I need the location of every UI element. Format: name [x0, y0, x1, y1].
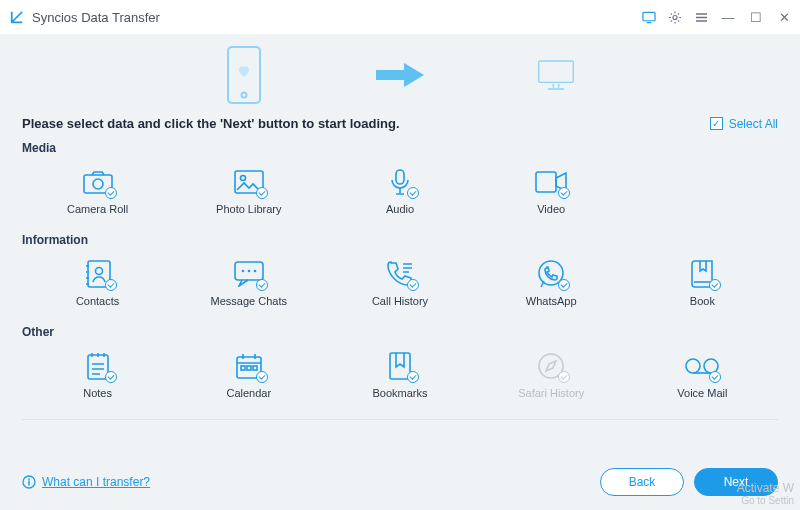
titlebar-controls: — ☐ ✕: [642, 10, 792, 25]
app-logo-icon: [10, 10, 24, 24]
information-grid: Contacts Message Chats Call History What…: [22, 251, 778, 315]
source-device-icon: [224, 45, 264, 105]
help-label[interactable]: What can I transfer?: [42, 475, 150, 489]
voicemail-icon: [685, 351, 719, 381]
back-button[interactable]: Back: [600, 468, 684, 496]
item-bookmarks[interactable]: Bookmarks: [324, 343, 475, 407]
svg-rect-9: [396, 170, 404, 184]
other-grid: Notes Calendar Bookmarks Safari History …: [22, 343, 778, 407]
maximize-button[interactable]: ☐: [748, 10, 764, 25]
item-label: Photo Library: [216, 203, 281, 215]
bookmark-icon: [383, 351, 417, 381]
item-label: Bookmarks: [372, 387, 427, 399]
item-label: WhatsApp: [526, 295, 577, 307]
microphone-icon: [383, 167, 417, 197]
svg-point-1: [673, 15, 677, 19]
section-information-title: Information: [22, 233, 778, 247]
svg-rect-21: [247, 366, 251, 370]
media-grid: Camera Roll Photo Library Audio Video: [22, 159, 778, 223]
message-icon: [232, 259, 266, 289]
target-device-icon: [536, 45, 576, 105]
item-label: Contacts: [76, 295, 119, 307]
item-label: Call History: [372, 295, 428, 307]
item-audio[interactable]: Audio: [324, 159, 475, 223]
gear-icon[interactable]: [668, 10, 682, 24]
item-label: Camera Roll: [67, 203, 128, 215]
arrow-icon: [374, 61, 426, 89]
instruction-row: Please select data and click the 'Next' …: [22, 116, 778, 131]
svg-point-16: [253, 270, 256, 273]
camera-icon: [81, 167, 115, 197]
titlebar: Syncios Data Transfer — ☐ ✕: [0, 0, 800, 34]
item-call-history[interactable]: Call History: [324, 251, 475, 315]
svg-point-15: [247, 270, 250, 273]
svg-point-14: [241, 270, 244, 273]
footer-divider: [22, 419, 778, 420]
section-media-title: Media: [22, 141, 778, 155]
item-video[interactable]: Video: [476, 159, 627, 223]
app-brand: Syncios Data Transfer: [10, 10, 160, 25]
svg-rect-22: [253, 366, 257, 370]
phone-list-icon: [383, 259, 417, 289]
item-label: Video: [537, 203, 565, 215]
select-all-label: Select All: [729, 117, 778, 131]
info-icon: [22, 475, 36, 489]
svg-rect-0: [643, 12, 655, 20]
book-icon: [685, 259, 719, 289]
item-safari-history[interactable]: Safari History: [476, 343, 627, 407]
item-message-chats[interactable]: Message Chats: [173, 251, 324, 315]
svg-point-12: [95, 268, 102, 275]
item-contacts[interactable]: Contacts: [22, 251, 173, 315]
select-all-checkbox-icon: ✓: [710, 117, 723, 130]
item-photo-library[interactable]: Photo Library: [173, 159, 324, 223]
item-label: Audio: [386, 203, 414, 215]
item-book[interactable]: Book: [627, 251, 778, 315]
compass-icon: [534, 351, 568, 381]
windows-activation-watermark: Activate W Go to Settin: [737, 482, 794, 506]
minimize-button[interactable]: —: [720, 10, 736, 25]
contacts-icon: [81, 259, 115, 289]
svg-point-3: [242, 93, 247, 98]
item-label: Safari History: [518, 387, 584, 399]
close-button[interactable]: ✕: [776, 10, 792, 25]
svg-rect-20: [241, 366, 245, 370]
app-title: Syncios Data Transfer: [32, 10, 160, 25]
picture-icon: [232, 167, 266, 197]
screen-icon[interactable]: [642, 10, 656, 24]
section-other-title: Other: [22, 325, 778, 339]
item-whatsapp[interactable]: WhatsApp: [476, 251, 627, 315]
item-calendar[interactable]: Calendar: [173, 343, 324, 407]
video-icon: [534, 167, 568, 197]
footer: What can I transfer? Back Next: [0, 454, 800, 510]
item-camera-roll[interactable]: Camera Roll: [22, 159, 173, 223]
item-label: Notes: [83, 387, 112, 399]
item-voice-mail[interactable]: Voice Mail: [627, 343, 778, 407]
transfer-hero: [0, 34, 800, 116]
svg-point-8: [240, 176, 245, 181]
item-label: Message Chats: [211, 295, 287, 307]
select-all-toggle[interactable]: ✓ Select All: [710, 117, 778, 131]
svg-rect-4: [539, 61, 574, 82]
svg-rect-10: [536, 172, 556, 192]
svg-point-6: [93, 179, 103, 189]
help-link[interactable]: What can I transfer?: [22, 475, 150, 489]
calendar-icon: [232, 351, 266, 381]
instruction-text: Please select data and click the 'Next' …: [22, 116, 400, 131]
item-label: Calendar: [226, 387, 271, 399]
whatsapp-icon: [534, 259, 568, 289]
notes-icon: [81, 351, 115, 381]
menu-icon[interactable]: [694, 10, 708, 24]
item-label: Book: [690, 295, 715, 307]
item-label: Voice Mail: [677, 387, 727, 399]
svg-point-25: [686, 359, 700, 373]
item-notes[interactable]: Notes: [22, 343, 173, 407]
